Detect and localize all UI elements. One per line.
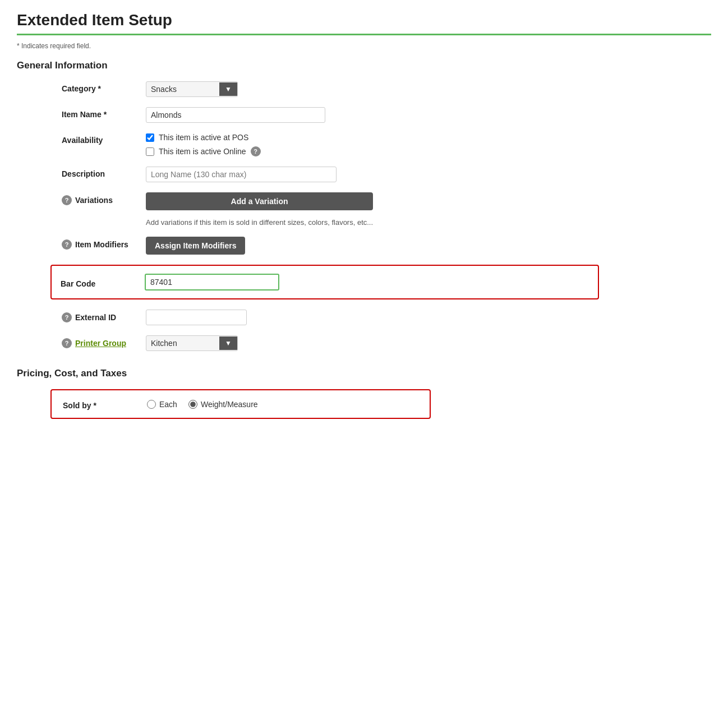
printer-group-select-arrow[interactable]: ▼	[219, 336, 237, 350]
external-id-label: ? External ID	[62, 310, 146, 322]
title-divider	[17, 34, 711, 35]
printer-group-input-col: Kitchen Bar Expo ▼	[146, 335, 238, 351]
description-input[interactable]	[146, 167, 337, 182]
barcode-label: Bar Code	[61, 276, 145, 288]
sold-by-weight-radio[interactable]	[188, 400, 197, 409]
pricing-section: Pricing, Cost, and Taxes Sold by * Each …	[17, 368, 711, 419]
availability-pos-label: This item is active at POS	[159, 133, 248, 142]
sold-by-each-option[interactable]: Each	[147, 400, 177, 409]
availability-pos-row: This item is active at POS	[146, 133, 261, 142]
availability-options: This item is active at POS This item is …	[146, 133, 261, 156]
item-name-input-col	[146, 107, 325, 123]
page-title: Extended Item Setup	[17, 11, 711, 29]
category-label: Category *	[62, 81, 146, 93]
category-select[interactable]: Snacks Beverages Desserts Entrees	[146, 82, 219, 96]
item-modifiers-input-col: Assign Item Modifiers	[146, 237, 245, 255]
sold-by-label: Sold by *	[63, 398, 147, 410]
assign-item-modifiers-button[interactable]: Assign Item Modifiers	[146, 237, 245, 255]
description-row: Description	[17, 167, 711, 182]
barcode-input[interactable]	[145, 274, 279, 290]
category-row: Category * Snacks Beverages Desserts Ent…	[17, 81, 711, 97]
barcode-row: Bar Code	[50, 265, 599, 299]
sold-by-weight-option[interactable]: Weight/Measure	[188, 400, 258, 409]
general-information-section: General Information Category * Snacks Be…	[17, 60, 711, 351]
variations-help-icon[interactable]: ?	[62, 195, 72, 205]
sold-by-each-radio[interactable]	[147, 400, 156, 409]
sold-by-weight-label: Weight/Measure	[201, 400, 258, 409]
sold-by-radio-group: Each Weight/Measure	[147, 400, 258, 409]
required-note: * Indicates required field.	[17, 42, 711, 50]
external-id-help-icon[interactable]: ?	[62, 312, 72, 322]
availability-online-help-icon[interactable]: ?	[251, 146, 261, 156]
variations-row: ? Variations Add a Variation Add variati…	[17, 192, 711, 227]
printer-group-select-wrapper[interactable]: Kitchen Bar Expo ▼	[146, 335, 238, 351]
variation-hint: Add variations if this item is sold in d…	[146, 218, 373, 227]
external-id-row: ? External ID	[17, 310, 711, 325]
sold-by-each-label: Each	[159, 400, 177, 409]
pricing-heading: Pricing, Cost, and Taxes	[17, 368, 711, 379]
printer-group-help-icon[interactable]: ?	[62, 338, 72, 348]
item-modifiers-label: ? Item Modifiers	[62, 237, 146, 250]
availability-row: Availability This item is active at POS …	[17, 133, 711, 156]
availability-label: Availability	[62, 133, 146, 145]
variations-input-col: Add a Variation Add variations if this i…	[146, 192, 373, 227]
item-name-row: Item Name *	[17, 107, 711, 123]
add-variation-button[interactable]: Add a Variation	[146, 192, 373, 210]
printer-group-label: ? Printer Group	[62, 335, 146, 348]
item-modifiers-help-icon[interactable]: ?	[62, 239, 72, 250]
external-id-input[interactable]	[146, 310, 247, 325]
availability-online-label: This item is active Online	[159, 147, 246, 156]
external-id-input-col	[146, 310, 247, 325]
barcode-input-col	[145, 274, 279, 290]
availability-pos-checkbox[interactable]	[146, 133, 154, 142]
availability-online-checkbox[interactable]	[146, 147, 154, 156]
category-input-col: Snacks Beverages Desserts Entrees ▼	[146, 81, 238, 97]
item-name-label: Item Name *	[62, 107, 146, 119]
printer-group-link[interactable]: Printer Group	[75, 339, 126, 348]
printer-group-row: ? Printer Group Kitchen Bar Expo ▼	[17, 335, 711, 351]
item-modifiers-row: ? Item Modifiers Assign Item Modifiers	[17, 237, 711, 255]
availability-online-row: This item is active Online ?	[146, 146, 261, 156]
description-input-col	[146, 167, 337, 182]
description-label: Description	[62, 167, 146, 178]
category-select-wrapper[interactable]: Snacks Beverages Desserts Entrees ▼	[146, 81, 238, 97]
variations-label: ? Variations	[62, 192, 146, 205]
general-information-heading: General Information	[17, 60, 711, 71]
item-name-input[interactable]	[146, 107, 325, 123]
printer-group-select[interactable]: Kitchen Bar Expo	[146, 336, 219, 350]
sold-by-row: Sold by * Each Weight/Measure	[50, 389, 431, 419]
category-select-arrow[interactable]: ▼	[219, 82, 237, 96]
